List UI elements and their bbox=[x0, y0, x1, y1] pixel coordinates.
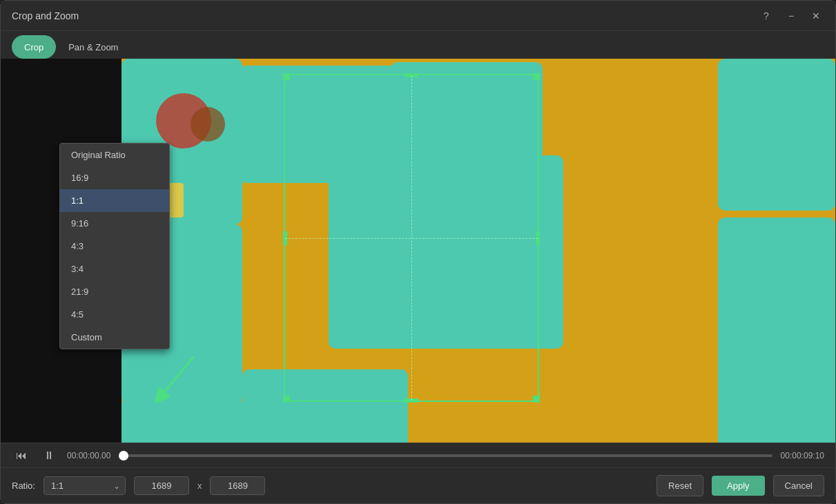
minimize-button[interactable]: − bbox=[783, 8, 799, 24]
dimension-separator: x bbox=[197, 481, 202, 491]
dropdown-item-custom[interactable]: Custom bbox=[60, 326, 169, 349]
end-time: 00:00:09:10 bbox=[781, 451, 824, 461]
tab-pan-zoom[interactable]: Pan & Zoom bbox=[56, 35, 130, 59]
cancel-button[interactable]: Cancel bbox=[773, 475, 824, 496]
crop-zoom-dialog: Crop and Zoom ? − ✕ Crop Pan & Zoom bbox=[0, 0, 836, 504]
timeline-thumb[interactable] bbox=[119, 451, 128, 461]
main-area: Original Ratio 16:9 1:1 9:16 4:3 3:4 21:… bbox=[1, 59, 835, 503]
timeline-track[interactable] bbox=[119, 454, 772, 457]
dialog-title: Crop and Zoom bbox=[12, 10, 79, 21]
apply-button[interactable]: Apply bbox=[712, 476, 765, 496]
dropdown-item-16-9[interactable]: 16:9 bbox=[60, 166, 169, 189]
ratio-label: Ratio: bbox=[12, 481, 35, 491]
crop-handle-left[interactable] bbox=[283, 231, 287, 245]
titlebar: Crop and Zoom ? − ✕ bbox=[1, 1, 835, 31]
width-input[interactable] bbox=[134, 476, 189, 495]
tab-bar: Crop Pan & Zoom bbox=[1, 31, 835, 59]
dropdown-item-4-3[interactable]: 4:3 bbox=[60, 235, 169, 258]
timeline-bar: ⏮ ⏸ 00:00:00.00 00:00:09:10 bbox=[1, 443, 835, 467]
ratio-select-wrapper: Original Ratio 16:9 1:1 9:16 4:3 3:4 21:… bbox=[43, 476, 126, 495]
dropdown-item-4-5[interactable]: 4:5 bbox=[60, 303, 169, 326]
bottom-controls: Ratio: Original Ratio 16:9 1:1 9:16 4:3 … bbox=[1, 467, 835, 503]
crop-handle-br[interactable] bbox=[533, 396, 540, 403]
video-frame bbox=[121, 59, 835, 443]
height-input[interactable] bbox=[210, 476, 265, 495]
rewind-button[interactable]: ⏮ bbox=[12, 446, 31, 465]
dropdown-item-3-4[interactable]: 3:4 bbox=[60, 258, 169, 280]
tab-crop[interactable]: Crop bbox=[12, 35, 56, 59]
titlebar-controls: ? − ✕ bbox=[758, 8, 824, 24]
video-area: Original Ratio 16:9 1:1 9:16 4:3 3:4 21:… bbox=[1, 59, 835, 443]
ratio-select[interactable]: Original Ratio 16:9 1:1 9:16 4:3 3:4 21:… bbox=[43, 476, 126, 495]
help-button[interactable]: ? bbox=[758, 8, 775, 24]
play-button[interactable]: ⏸ bbox=[39, 446, 59, 465]
dropdown-item-9-16[interactable]: 9:16 bbox=[60, 212, 169, 235]
reset-button[interactable]: Reset bbox=[657, 475, 703, 496]
current-time: 00:00:00.00 bbox=[67, 451, 110, 461]
dropdown-item-original[interactable]: Original Ratio bbox=[60, 144, 169, 166]
dropdown-item-1-1[interactable]: 1:1 bbox=[60, 189, 169, 212]
dropdown-item-21-9[interactable]: 21:9 bbox=[60, 280, 169, 303]
close-button[interactable]: ✕ bbox=[808, 8, 824, 24]
ratio-dropdown-menu: Original Ratio 16:9 1:1 9:16 4:3 3:4 21:… bbox=[59, 143, 170, 349]
